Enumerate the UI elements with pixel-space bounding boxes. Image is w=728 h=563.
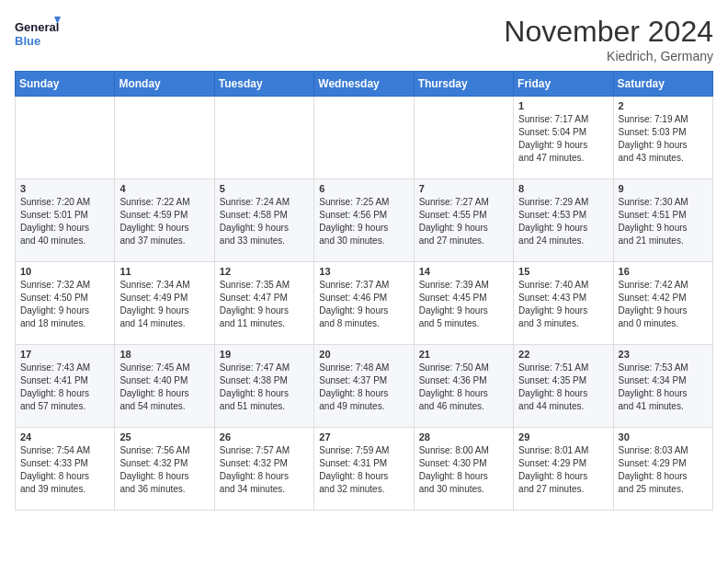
calendar-cell: 7Sunrise: 7:27 AMSunset: 4:55 PMDaylight… (414, 179, 513, 262)
calendar-cell: 3Sunrise: 7:20 AMSunset: 5:01 PMDaylight… (16, 179, 115, 262)
day-number: 20 (319, 349, 408, 360)
calendar-week-row: 24Sunrise: 7:54 AMSunset: 4:33 PMDayligh… (16, 428, 713, 511)
day-number: 24 (20, 431, 109, 442)
day-info: Sunrise: 7:29 AMSunset: 4:53 PMDaylight:… (518, 196, 608, 247)
day-info: Sunrise: 8:00 AMSunset: 4:30 PMDaylight:… (419, 444, 508, 496)
day-number: 11 (119, 266, 209, 277)
day-info: Sunrise: 8:03 AMSunset: 4:29 PMDaylight:… (619, 444, 708, 496)
day-info: Sunrise: 7:17 AMSunset: 5:04 PMDaylight:… (518, 113, 608, 165)
day-number: 6 (319, 183, 408, 194)
logo-svg: General Blue (15, 15, 61, 55)
day-number: 27 (319, 431, 408, 442)
calendar-cell: 30Sunrise: 8:03 AMSunset: 4:29 PMDayligh… (613, 428, 712, 511)
day-number: 18 (119, 349, 209, 360)
day-info: Sunrise: 7:19 AMSunset: 5:03 PMDaylight:… (619, 113, 708, 165)
calendar-cell: 11Sunrise: 7:34 AMSunset: 4:49 PMDayligh… (115, 262, 214, 345)
weekday-header: Wednesday (314, 72, 414, 97)
calendar-cell: 4Sunrise: 7:22 AMSunset: 4:59 PMDaylight… (115, 179, 214, 262)
day-number: 4 (119, 183, 209, 194)
logo: General Blue (15, 15, 61, 55)
page-header: General Blue November 2024 Kiedrich, Ger… (15, 15, 713, 63)
calendar-cell: 16Sunrise: 7:42 AMSunset: 4:42 PMDayligh… (613, 262, 712, 345)
day-number: 28 (419, 431, 508, 442)
month-title: November 2024 (504, 15, 713, 49)
location: Kiedrich, Germany (504, 49, 713, 63)
calendar-cell (16, 97, 115, 179)
weekday-header: Saturday (613, 72, 712, 97)
weekday-header: Friday (514, 72, 613, 97)
day-number: 19 (220, 349, 309, 360)
day-number: 3 (20, 183, 109, 194)
calendar-cell: 12Sunrise: 7:35 AMSunset: 4:47 PMDayligh… (214, 262, 313, 345)
day-info: Sunrise: 7:57 AMSunset: 4:32 PMDaylight:… (220, 444, 309, 496)
calendar-cell: 19Sunrise: 7:47 AMSunset: 4:38 PMDayligh… (214, 345, 313, 428)
day-number: 5 (220, 183, 309, 194)
calendar-cell (115, 97, 214, 179)
calendar-cell: 9Sunrise: 7:30 AMSunset: 4:51 PMDaylight… (613, 179, 712, 262)
calendar-cell: 13Sunrise: 7:37 AMSunset: 4:46 PMDayligh… (314, 262, 414, 345)
calendar-cell: 21Sunrise: 7:50 AMSunset: 4:36 PMDayligh… (414, 345, 513, 428)
title-block: November 2024 Kiedrich, Germany (504, 15, 713, 63)
day-info: Sunrise: 7:51 AMSunset: 4:35 PMDaylight:… (518, 362, 608, 413)
calendar-cell: 17Sunrise: 7:43 AMSunset: 4:41 PMDayligh… (16, 345, 115, 428)
day-info: Sunrise: 7:22 AMSunset: 4:59 PMDaylight:… (119, 196, 209, 247)
day-number: 30 (619, 431, 708, 442)
day-info: Sunrise: 7:42 AMSunset: 4:42 PMDaylight:… (619, 279, 708, 330)
calendar-cell: 18Sunrise: 7:45 AMSunset: 4:40 PMDayligh… (115, 345, 214, 428)
day-info: Sunrise: 7:34 AMSunset: 4:49 PMDaylight:… (119, 279, 209, 330)
calendar-cell: 26Sunrise: 7:57 AMSunset: 4:32 PMDayligh… (214, 428, 313, 511)
calendar-cell: 29Sunrise: 8:01 AMSunset: 4:29 PMDayligh… (514, 428, 613, 511)
day-info: Sunrise: 7:48 AMSunset: 4:37 PMDaylight:… (319, 362, 408, 413)
calendar-cell: 1Sunrise: 7:17 AMSunset: 5:04 PMDaylight… (514, 97, 613, 179)
calendar-cell: 10Sunrise: 7:32 AMSunset: 4:50 PMDayligh… (16, 262, 115, 345)
day-info: Sunrise: 7:47 AMSunset: 4:38 PMDaylight:… (220, 362, 309, 413)
day-info: Sunrise: 7:27 AMSunset: 4:55 PMDaylight:… (419, 196, 508, 247)
weekday-header: Thursday (414, 72, 513, 97)
day-number: 22 (518, 349, 608, 360)
day-info: Sunrise: 7:54 AMSunset: 4:33 PMDaylight:… (20, 444, 109, 496)
day-number: 16 (619, 266, 708, 277)
day-info: Sunrise: 7:24 AMSunset: 4:58 PMDaylight:… (220, 196, 309, 247)
day-number: 8 (518, 183, 608, 194)
weekday-header: Monday (115, 72, 214, 97)
day-info: Sunrise: 7:25 AMSunset: 4:56 PMDaylight:… (319, 196, 408, 247)
day-info: Sunrise: 7:45 AMSunset: 4:40 PMDaylight:… (119, 362, 209, 413)
day-number: 26 (220, 431, 309, 442)
day-number: 13 (319, 266, 408, 277)
day-info: Sunrise: 7:50 AMSunset: 4:36 PMDaylight:… (419, 362, 508, 413)
calendar-header-row: SundayMondayTuesdayWednesdayThursdayFrid… (16, 72, 713, 97)
day-info: Sunrise: 7:59 AMSunset: 4:31 PMDaylight:… (319, 444, 408, 496)
calendar-week-row: 10Sunrise: 7:32 AMSunset: 4:50 PMDayligh… (16, 262, 713, 345)
day-info: Sunrise: 7:32 AMSunset: 4:50 PMDaylight:… (20, 279, 109, 330)
day-number: 10 (20, 266, 109, 277)
calendar-cell: 15Sunrise: 7:40 AMSunset: 4:43 PMDayligh… (514, 262, 613, 345)
day-number: 29 (518, 431, 608, 442)
day-info: Sunrise: 7:20 AMSunset: 5:01 PMDaylight:… (20, 196, 109, 247)
day-number: 2 (619, 100, 708, 111)
day-info: Sunrise: 7:39 AMSunset: 4:45 PMDaylight:… (419, 279, 508, 330)
day-number: 15 (518, 266, 608, 277)
calendar-cell: 28Sunrise: 8:00 AMSunset: 4:30 PMDayligh… (414, 428, 513, 511)
day-number: 21 (419, 349, 508, 360)
calendar-cell: 22Sunrise: 7:51 AMSunset: 4:35 PMDayligh… (514, 345, 613, 428)
calendar-cell: 24Sunrise: 7:54 AMSunset: 4:33 PMDayligh… (16, 428, 115, 511)
day-number: 9 (619, 183, 708, 194)
calendar-cell: 2Sunrise: 7:19 AMSunset: 5:03 PMDaylight… (613, 97, 712, 179)
calendar-week-row: 17Sunrise: 7:43 AMSunset: 4:41 PMDayligh… (16, 345, 713, 428)
calendar-cell: 6Sunrise: 7:25 AMSunset: 4:56 PMDaylight… (314, 179, 414, 262)
day-info: Sunrise: 7:53 AMSunset: 4:34 PMDaylight:… (619, 362, 708, 413)
calendar-cell: 27Sunrise: 7:59 AMSunset: 4:31 PMDayligh… (314, 428, 414, 511)
calendar-week-row: 3Sunrise: 7:20 AMSunset: 5:01 PMDaylight… (16, 179, 713, 262)
day-info: Sunrise: 7:40 AMSunset: 4:43 PMDaylight:… (518, 279, 608, 330)
calendar-cell (314, 97, 414, 179)
day-info: Sunrise: 7:37 AMSunset: 4:46 PMDaylight:… (319, 279, 408, 330)
day-info: Sunrise: 7:43 AMSunset: 4:41 PMDaylight:… (20, 362, 109, 413)
day-number: 23 (619, 349, 708, 360)
day-number: 17 (20, 349, 109, 360)
weekday-header: Tuesday (214, 72, 313, 97)
day-number: 12 (220, 266, 309, 277)
day-info: Sunrise: 7:30 AMSunset: 4:51 PMDaylight:… (619, 196, 708, 247)
calendar-cell (414, 97, 513, 179)
svg-text:Blue: Blue (15, 34, 40, 48)
calendar-cell: 20Sunrise: 7:48 AMSunset: 4:37 PMDayligh… (314, 345, 414, 428)
